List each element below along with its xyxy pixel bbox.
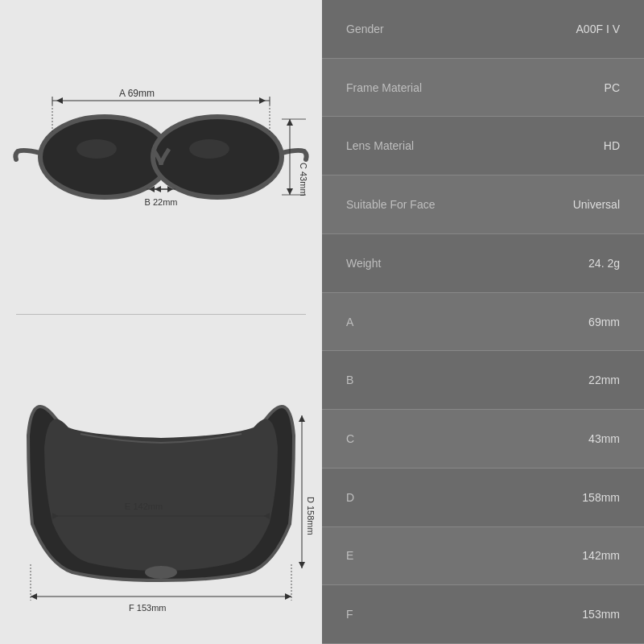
spec-row: Frame MaterialPC	[322, 59, 644, 118]
svg-point-2	[76, 139, 117, 159]
spec-row: B22mm	[322, 351, 644, 410]
svg-text:E  142mm: E 142mm	[125, 502, 163, 511]
spec-value: 69mm	[588, 316, 620, 328]
spec-row: Weight24. 2g	[322, 234, 644, 293]
spec-value: PC	[605, 81, 620, 94]
svg-text:D  158mm: D 158mm	[306, 497, 314, 535]
spec-label: Weight	[346, 257, 381, 270]
spec-value: A00F I V	[576, 23, 620, 35]
spec-label: Frame Material	[346, 81, 422, 94]
spec-label: F	[346, 608, 353, 621]
spec-value: 142mm	[582, 549, 620, 562]
svg-marker-8	[259, 97, 266, 104]
spec-label: B	[346, 374, 353, 386]
svg-marker-31	[299, 415, 305, 422]
spec-value: 158mm	[582, 491, 620, 504]
spec-label: Gender	[346, 23, 384, 35]
spec-label: E	[346, 549, 353, 562]
svg-text:C  43mm: C 43mm	[299, 163, 308, 196]
spec-row: A69mm	[322, 293, 644, 352]
spec-label: Suitable For Face	[346, 198, 436, 211]
svg-marker-36	[285, 593, 291, 600]
svg-text:A  69mm: A 69mm	[119, 88, 155, 99]
spec-label: C	[346, 432, 354, 445]
spec-row: E142mm	[322, 527, 644, 586]
spec-label: Lens Material	[346, 139, 414, 152]
svg-point-25	[145, 566, 177, 579]
spec-label: A	[346, 316, 353, 328]
spec-row: C43mm	[322, 410, 644, 469]
top-view-diagram: E 142mm D 158mm F 153mm	[8, 315, 314, 621]
spec-row: GenderA00F I V	[322, 0, 644, 59]
specs-panel: GenderA00F I VFrame MaterialPCLens Mater…	[322, 0, 644, 644]
spec-value: 153mm	[582, 608, 620, 621]
spec-value: 43mm	[588, 432, 620, 445]
svg-marker-7	[56, 97, 63, 104]
svg-marker-21	[287, 188, 293, 195]
svg-text:B 22mm: B 22mm	[145, 197, 178, 207]
svg-marker-35	[31, 593, 37, 600]
svg-point-3	[189, 139, 229, 159]
spec-row: Suitable For FaceUniversal	[322, 175, 644, 234]
spec-value: 24. 2g	[588, 257, 620, 270]
front-view-diagram: A 69mm B 22mm C 43mm	[8, 24, 314, 314]
spec-label: D	[346, 491, 354, 504]
spec-row: Lens MaterialHD	[322, 117, 644, 175]
diagram-panel: A 69mm B 22mm C 43mm	[0, 0, 322, 644]
spec-row: F153mm	[322, 585, 644, 644]
spec-value: HD	[604, 139, 620, 152]
svg-marker-32	[299, 562, 305, 568]
spec-value: 22mm	[588, 374, 620, 386]
svg-text:F  153mm: F 153mm	[129, 603, 166, 613]
spec-row: D158mm	[322, 469, 644, 527]
spec-value: Universal	[573, 198, 620, 211]
svg-marker-20	[287, 119, 293, 126]
